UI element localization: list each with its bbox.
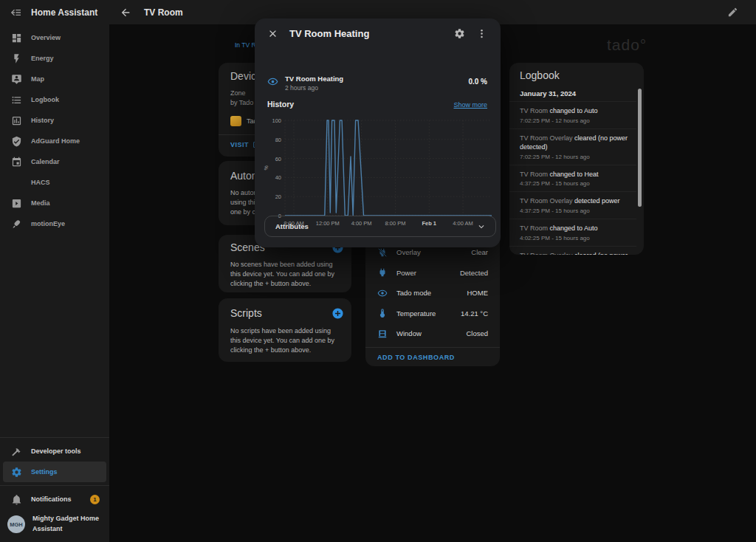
svg-text:100: 100 bbox=[272, 117, 281, 124]
add-to-dashboard-button[interactable]: ADD TO DASHBOARD bbox=[377, 354, 455, 361]
app-title: Home Assistant bbox=[31, 7, 97, 18]
page-title: TV Room bbox=[144, 7, 183, 18]
entity-name-link[interactable]: TV Room Overlay bbox=[520, 252, 573, 255]
entity-row-temperature[interactable]: Temperature 14.21 °C bbox=[365, 303, 500, 324]
power-plug-off-icon bbox=[377, 247, 388, 258]
back-arrow-icon[interactable] bbox=[120, 7, 131, 18]
chevron-down-icon bbox=[476, 222, 487, 232]
entity-last-changed: 2 hours ago bbox=[285, 84, 343, 92]
svg-text:20: 20 bbox=[275, 193, 281, 200]
sidebar-item-energy[interactable]: Energy bbox=[0, 48, 109, 69]
avatar: MGH bbox=[7, 515, 25, 533]
menu-toggle-icon[interactable] bbox=[10, 7, 22, 18]
calendar-icon bbox=[11, 157, 22, 168]
logbook-date: January 31, 2024 bbox=[520, 89, 576, 97]
dialog-entity-row[interactable]: TV Room Heating 2 hours ago 0.0 % bbox=[267, 75, 487, 92]
camera-icon bbox=[11, 219, 22, 230]
dialog-header: TV Room Heating bbox=[255, 18, 501, 39]
chart-box-icon bbox=[11, 115, 22, 126]
device-zone: Zone bbox=[230, 89, 246, 97]
entity-dialog: TV Room Heating TV Room Heating 2 hours … bbox=[255, 18, 501, 247]
sidebar-item-map[interactable]: Map bbox=[0, 69, 109, 89]
svg-text:%: % bbox=[264, 165, 269, 170]
tado-logo: tado° bbox=[607, 36, 647, 54]
play-box-icon bbox=[11, 198, 22, 209]
entity-name-link[interactable]: TV Room bbox=[520, 107, 548, 114]
logbook-entry: TV Room Overlay detected power 4:37:25 P… bbox=[509, 191, 636, 219]
svg-text:60: 60 bbox=[275, 156, 281, 162]
sidebar-divider bbox=[0, 437, 109, 438]
map-person-icon bbox=[11, 74, 22, 85]
sidebar-divider bbox=[0, 485, 109, 486]
entity-row-tado-mode[interactable]: Tado mode HOME bbox=[365, 283, 500, 303]
sidebar-item-developer-tools[interactable]: Developer tools bbox=[0, 441, 109, 462]
entity-row-power[interactable]: Power Detected bbox=[365, 263, 500, 284]
dialog-title: TV Room Heating bbox=[289, 28, 369, 39]
logbook-entry: TV Room Overlay cleared (no power detect… bbox=[509, 246, 636, 255]
logbook-title: Logbook bbox=[520, 69, 560, 81]
entity-name: TV Room Heating bbox=[285, 75, 343, 83]
window-closed-icon bbox=[377, 329, 388, 339]
profile-name: Mighty Gadget Home Assistant bbox=[32, 514, 102, 535]
hammer-icon bbox=[11, 446, 22, 457]
sidebar-item-adguard[interactable]: AdGuard Home bbox=[0, 131, 109, 151]
scenes-body: No scenes have been added using this dev… bbox=[230, 260, 341, 289]
entity-name-link[interactable]: TV Room bbox=[520, 224, 548, 232]
scripts-title: Scripts bbox=[230, 307, 262, 319]
shield-check-icon bbox=[11, 136, 22, 147]
svg-text:40: 40 bbox=[275, 174, 281, 181]
notification-badge: 1 bbox=[90, 495, 100, 504]
lightning-icon bbox=[11, 53, 22, 64]
divider bbox=[365, 347, 500, 348]
sidebar-item-logbook[interactable]: Logbook bbox=[0, 89, 109, 110]
tado-integration-icon bbox=[230, 116, 241, 126]
entity-name-link[interactable]: TV Room bbox=[520, 171, 548, 178]
attributes-expander[interactable]: Attributes bbox=[264, 216, 496, 237]
view-dashboard-icon bbox=[11, 32, 22, 44]
edit-pencil-icon[interactable] bbox=[727, 7, 738, 18]
sidebar-profile[interactable]: MGH Mighty Gadget Home Assistant bbox=[0, 510, 109, 542]
scripts-card: Scripts No scripts have been added using… bbox=[219, 298, 351, 362]
logbook-card: Logbook January 31, 2024 TV Room changed… bbox=[509, 63, 644, 255]
bell-icon bbox=[11, 494, 22, 505]
svg-text:80: 80 bbox=[275, 137, 281, 143]
eye-icon bbox=[267, 76, 278, 87]
logbook-entry: TV Room Overlay cleared (no power detect… bbox=[509, 128, 636, 165]
sidebar-item-settings[interactable]: Settings bbox=[3, 462, 106, 482]
settings-gear-icon[interactable] bbox=[454, 28, 465, 39]
eye-icon bbox=[377, 288, 388, 298]
scripts-body: No scripts have been added using this de… bbox=[230, 326, 341, 355]
power-plug-icon bbox=[377, 267, 388, 278]
logbook-entry: TV Room changed to Auto 4:02:25 PM - 15 … bbox=[509, 219, 636, 246]
sidebar-item-calendar[interactable]: Calendar bbox=[0, 151, 109, 172]
entity-name-link[interactable]: TV Room Overlay bbox=[520, 134, 573, 142]
history-chart: 0204060801008:00 AM12:00 PM4:00 PM8:00 P… bbox=[255, 112, 501, 230]
sidebar-item-media[interactable]: Media bbox=[0, 193, 109, 213]
history-heading: History bbox=[267, 100, 294, 109]
hacs-icon bbox=[11, 177, 22, 188]
sidebar-item-notifications[interactable]: Notifications 1 bbox=[0, 489, 109, 510]
sidebar-item-history[interactable]: History bbox=[0, 110, 109, 131]
sidebar-item-overview[interactable]: Overview bbox=[0, 27, 109, 48]
more-options-icon[interactable] bbox=[476, 28, 487, 39]
entity-row-window[interactable]: Window Closed bbox=[365, 323, 500, 344]
add-script-button[interactable] bbox=[331, 307, 344, 320]
sidebar-header: Home Assistant bbox=[0, 0, 109, 24]
logbook-scrollbar[interactable] bbox=[638, 89, 642, 207]
thermometer-icon bbox=[377, 308, 388, 318]
entity-state-value: 0.0 % bbox=[468, 78, 487, 86]
device-by: by Tado bbox=[230, 99, 253, 106]
logbook-entry: TV Room changed to Auto 7:02:25 PM - 12 … bbox=[509, 101, 636, 128]
gear-icon bbox=[11, 467, 22, 478]
sidebar-item-hacs[interactable]: HACS bbox=[0, 172, 109, 193]
sidebar-item-motioneye[interactable]: motionEye bbox=[0, 213, 109, 234]
close-icon[interactable] bbox=[267, 28, 278, 39]
list-icon bbox=[11, 95, 22, 106]
entity-name-link[interactable]: TV Room Overlay bbox=[520, 197, 573, 205]
sidebar: Home Assistant Overview Energy Map Logbo… bbox=[0, 0, 109, 542]
logbook-entry: TV Room changed to Heat 4:37:25 PM - 15 … bbox=[509, 165, 636, 192]
show-more-link[interactable]: Show more bbox=[453, 101, 487, 109]
